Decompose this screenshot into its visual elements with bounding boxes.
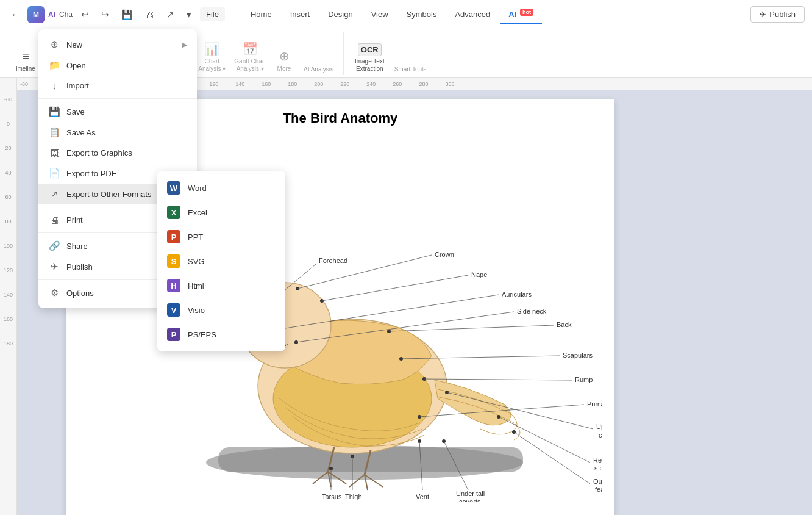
svg-text:feather: feather bbox=[595, 486, 602, 493]
section-label-smart: Smart Tools bbox=[390, 65, 432, 75]
svg-text:Primaries: Primaries bbox=[587, 400, 602, 408]
new-icon: ⊕ bbox=[48, 39, 60, 50]
tab-advanced[interactable]: Advanced bbox=[446, 6, 499, 23]
ppt-icon: P bbox=[167, 230, 180, 243]
svg-text:Scapulars: Scapulars bbox=[563, 351, 593, 359]
ruler-corner bbox=[0, 78, 17, 90]
menu-item-save-as[interactable]: 📋 Save As bbox=[38, 122, 197, 143]
html-icon: H bbox=[167, 279, 180, 292]
print-button[interactable]: 🖨 bbox=[141, 7, 158, 22]
undo-button[interactable]: ↩ bbox=[77, 7, 93, 23]
visio-label: Visio bbox=[188, 306, 205, 315]
cha-label: Cha bbox=[59, 10, 73, 19]
svg-line-31 bbox=[389, 325, 554, 331]
share-icon: 🔗 bbox=[48, 240, 60, 251]
ribbon-item-ocr[interactable]: OCR Image TextExtraction bbox=[351, 37, 388, 75]
ppt-label: PPT bbox=[188, 232, 203, 242]
app-logo: M bbox=[27, 6, 45, 23]
menu-import-label: Import bbox=[66, 81, 187, 90]
svg-line-58 bbox=[514, 432, 590, 484]
export-button[interactable]: ↗ bbox=[163, 7, 178, 23]
gantt-label: Gantt ChartAnalysis ▾ bbox=[234, 58, 266, 73]
svg-text:Back: Back bbox=[557, 321, 572, 328]
ribbon-item-more2[interactable]: ⊕ More bbox=[271, 37, 297, 75]
print-icon: 🖨 bbox=[48, 215, 60, 225]
import-icon: ↓ bbox=[48, 81, 60, 91]
svg-text:coverts: coverts bbox=[599, 431, 602, 439]
options-icon: ⚙ bbox=[48, 287, 60, 298]
submenu-pseps[interactable]: P PS/EPS bbox=[157, 322, 285, 347]
separator-1 bbox=[38, 98, 197, 99]
open-icon: 📁 bbox=[48, 60, 60, 71]
svg-text:Vent: Vent bbox=[416, 493, 429, 500]
menu-item-export-graphics[interactable]: 🖼 Export to Graphics bbox=[38, 143, 197, 163]
visio-icon: V bbox=[167, 303, 180, 317]
menu-open-label: Open bbox=[66, 61, 187, 70]
svg-text:coverts: coverts bbox=[459, 498, 481, 502]
save-as-icon: 📋 bbox=[48, 127, 60, 138]
svg-text:Rump: Rump bbox=[575, 376, 593, 383]
ruler-left: -60 0 20 40 60 80 100 120 140 160 180 bbox=[0, 90, 17, 515]
chart-label: ChartAnalysis ▾ bbox=[198, 58, 226, 73]
ocr-label: Image TextExtraction bbox=[355, 58, 385, 73]
gantt-icon: 📅 bbox=[243, 41, 258, 56]
file-menu-button[interactable]: File bbox=[200, 7, 225, 21]
html-label: Html bbox=[188, 281, 204, 290]
svg-text:Tarsus: Tarsus bbox=[322, 493, 342, 500]
svg-text:Rectrice: Rectrice bbox=[593, 456, 602, 464]
svg-text:Forehead: Forehead bbox=[319, 257, 347, 264]
submenu-ppt[interactable]: P PPT bbox=[157, 225, 285, 249]
menu-save-as-label: Save As bbox=[66, 128, 187, 137]
export-submenu: W Word X Excel P PPT S SVG H Html V Visi… bbox=[157, 171, 285, 351]
menu-item-open[interactable]: 📁 Open bbox=[38, 55, 197, 76]
submenu-excel[interactable]: X Excel bbox=[157, 200, 285, 225]
timeline-label: imeline bbox=[16, 65, 35, 73]
tab-design[interactable]: Design bbox=[319, 6, 361, 23]
excel-icon: X bbox=[167, 206, 180, 219]
pseps-label: PS/EPS bbox=[188, 330, 216, 339]
pseps-icon: P bbox=[167, 328, 180, 341]
publish-icon: ✈ bbox=[48, 261, 60, 272]
ribbon-group-smart: OCR Image TextExtraction Smart Tools bbox=[346, 32, 436, 75]
word-label: Word bbox=[188, 184, 207, 193]
more-button[interactable]: ▾ bbox=[183, 7, 195, 23]
tab-view[interactable]: View bbox=[363, 6, 397, 23]
section-label-ai-analysis: AI Analysis bbox=[299, 65, 338, 75]
redo-button[interactable]: ↪ bbox=[98, 7, 113, 23]
timeline-icon: ≡ bbox=[22, 49, 29, 63]
hot-badge: hot bbox=[520, 9, 533, 16]
save-icon: 💾 bbox=[48, 106, 60, 117]
svg-icon: S bbox=[167, 254, 180, 268]
svg-text:Auriculars: Auriculars bbox=[502, 290, 532, 298]
submenu-svg[interactable]: S SVG bbox=[157, 249, 285, 273]
svg-text:Side neck: Side neck bbox=[517, 308, 547, 315]
menu-export-graphics-label: Export to Graphics bbox=[66, 148, 187, 157]
ribbon-item-gantt[interactable]: 📅 Gantt ChartAnalysis ▾ bbox=[230, 37, 269, 75]
svg-text:Under tail: Under tail bbox=[456, 490, 485, 497]
svg-label: SVG bbox=[188, 257, 204, 266]
tab-insert[interactable]: Insert bbox=[282, 6, 319, 23]
title-bar: ← M AI Cha ↩ ↪ 💾 🖨 ↗ ▾ File Home Insert … bbox=[0, 0, 812, 29]
svg-text:s or tail: s or tail bbox=[594, 464, 602, 472]
submenu-html[interactable]: H Html bbox=[157, 273, 285, 298]
menu-item-new[interactable]: ⊕ New ▶ bbox=[38, 34, 197, 55]
publish-button[interactable]: ✈ Publish bbox=[750, 6, 805, 23]
svg-text:Outer tail: Outer tail bbox=[593, 478, 602, 485]
submenu-word[interactable]: W Word bbox=[157, 176, 285, 200]
tab-symbols[interactable]: Symbols bbox=[398, 6, 446, 23]
chart-icon: 📊 bbox=[204, 41, 219, 56]
menu-item-import[interactable]: ↓ Import bbox=[38, 76, 197, 96]
ai-label: AI bbox=[48, 10, 55, 19]
excel-label: Excel bbox=[188, 208, 207, 217]
tab-home[interactable]: Home bbox=[242, 6, 280, 23]
menu-save-label: Save bbox=[66, 107, 187, 117]
submenu-visio[interactable]: V Visio bbox=[157, 298, 285, 322]
more2-label: More bbox=[277, 65, 291, 73]
tab-ai[interactable]: AI hot bbox=[500, 5, 542, 23]
back-button[interactable]: ← bbox=[7, 7, 24, 22]
ribbon-item-chart[interactable]: 📊 ChartAnalysis ▾ bbox=[194, 37, 229, 75]
menu-item-save[interactable]: 💾 Save bbox=[38, 101, 197, 122]
save-button[interactable]: 💾 bbox=[118, 7, 137, 23]
svg-text:Thigh: Thigh bbox=[345, 493, 362, 500]
ribbon-item-timeline[interactable]: ≡ imeline bbox=[12, 37, 39, 75]
